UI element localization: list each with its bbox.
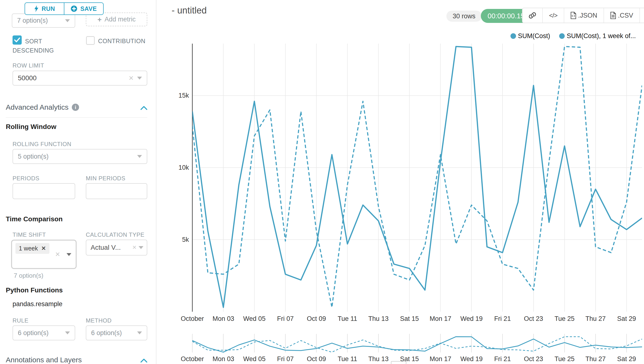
add-metric-label: Add metric bbox=[104, 16, 136, 23]
json-label: .JSON bbox=[578, 12, 598, 19]
csv-label: .CSV bbox=[618, 12, 633, 19]
x-tick-label: Mon 17 bbox=[430, 315, 451, 322]
calculation-type-select[interactable]: Actual V... ✕ bbox=[86, 240, 147, 256]
run-label: RUN bbox=[42, 5, 55, 12]
collapse-chevron-up-icon[interactable] bbox=[140, 106, 148, 110]
info-icon[interactable]: i bbox=[72, 104, 79, 111]
series-line-dashed[interactable] bbox=[192, 46, 642, 307]
rolling-function-select[interactable]: 5 option(s) bbox=[12, 149, 147, 164]
x-tick-label: Wed 19 bbox=[460, 315, 483, 322]
json-file-icon bbox=[570, 12, 576, 19]
time-shift-tag: 1 week ✕ bbox=[16, 243, 50, 254]
save-button[interactable]: SAVE bbox=[64, 3, 103, 14]
x-tick-label: Oct 23 bbox=[524, 315, 543, 322]
time-shift-helper: 7 option(s) bbox=[14, 272, 44, 280]
chevron-down-icon bbox=[65, 19, 70, 22]
chevron-down-icon bbox=[66, 253, 71, 256]
x-tick-label: Thu 27 bbox=[586, 315, 606, 322]
rule-value: 6 option(s) bbox=[18, 329, 62, 337]
sort-descending-label: SORT DESCENDING bbox=[12, 37, 66, 55]
x-tick-label: Oct 09 bbox=[307, 315, 326, 322]
timeseries-chart[interactable]: 5k10k15kOctoberMon 03Wed 05Fri 07Oct 09T… bbox=[169, 36, 644, 364]
contribution-label: CONTRIBUTION bbox=[98, 38, 145, 44]
export-csv-button[interactable]: .CSV bbox=[604, 8, 640, 23]
rule-label: RULE bbox=[12, 317, 28, 324]
periods-input[interactable] bbox=[12, 183, 75, 199]
contribution-checkbox[interactable] bbox=[86, 36, 95, 45]
clear-icon[interactable]: ✕ bbox=[132, 244, 137, 251]
y-tick-label: 10k bbox=[178, 164, 189, 171]
mini-x-axis-labels: OctoberMon 03Wed 05Fri 07Oct 09Tue 11Thu… bbox=[181, 355, 636, 362]
chart-menu-button[interactable] bbox=[640, 8, 644, 23]
y-axis-labels: 5k10k15k bbox=[178, 92, 189, 243]
method-select[interactable]: 6 option(s) bbox=[86, 326, 147, 340]
rule-select[interactable]: 6 option(s) bbox=[12, 326, 75, 340]
advanced-analytics-header[interactable]: Advanced Analytics i bbox=[6, 103, 79, 111]
x-tick-label: Tue 11 bbox=[338, 315, 357, 322]
plus-icon: + bbox=[97, 16, 102, 24]
export-json-button[interactable]: .JSON bbox=[564, 8, 604, 23]
mini-series-line-solid[interactable] bbox=[192, 337, 642, 352]
x-axis-labels: OctoberMon 03Wed 05Fri 07Oct 09Tue 11Thu… bbox=[181, 315, 636, 322]
chart-title[interactable]: - untitled bbox=[172, 5, 207, 16]
remove-tag-icon[interactable]: ✕ bbox=[41, 245, 46, 252]
chevron-down-icon bbox=[137, 77, 142, 80]
time-shift-tag-value: 1 week bbox=[19, 245, 38, 252]
x-tick-label: Fri 07 bbox=[277, 315, 294, 322]
embed-code-button[interactable]: </> bbox=[542, 8, 564, 23]
annotations-header[interactable]: Annotations and Layers bbox=[6, 356, 82, 364]
annotations-label: Annotations and Layers bbox=[6, 356, 82, 364]
mini-x-tick-label: Fri 21 bbox=[494, 355, 511, 362]
mini-x-tick-label: Oct 23 bbox=[524, 355, 543, 362]
circle-plus-icon bbox=[70, 5, 77, 12]
mini-x-tick-label: Mon 03 bbox=[212, 355, 234, 362]
chevron-down-icon bbox=[137, 332, 142, 334]
x-tick-label: Wed 05 bbox=[243, 315, 266, 322]
method-label: METHOD bbox=[86, 317, 112, 324]
collapse-chevron-up-icon[interactable] bbox=[140, 358, 148, 363]
row-limit-select[interactable]: 50000 ✕ bbox=[12, 71, 147, 86]
save-label: SAVE bbox=[80, 5, 97, 12]
rolling-function-value: 5 option(s) bbox=[18, 153, 134, 160]
row-limit-value: 50000 bbox=[18, 74, 126, 82]
time-shift-multiselect[interactable]: 1 week ✕ ✕ bbox=[11, 240, 77, 269]
control-panel: 7 option(s) + Add metric RUN SAVE SORT D… bbox=[0, 0, 156, 364]
mini-x-tick-label: Sat 29 bbox=[617, 355, 636, 362]
chevron-down-icon bbox=[65, 332, 70, 334]
min-periods-input[interactable] bbox=[86, 183, 147, 199]
python-functions-header: Python Functions bbox=[6, 286, 63, 294]
y-tick-label: 5k bbox=[182, 236, 189, 243]
clear-icon[interactable]: ✕ bbox=[128, 74, 134, 82]
min-periods-label: MIN PERIODS bbox=[86, 175, 125, 182]
chart-actions-toolbar: </> .JSON .CSV bbox=[522, 8, 644, 23]
calculation-type-value: Actual V... bbox=[90, 244, 131, 252]
run-button[interactable]: RUN bbox=[25, 3, 64, 14]
calculation-type-label: CALCULATION TYPE bbox=[86, 232, 144, 238]
csv-file-icon bbox=[610, 12, 616, 19]
row-count-badge: 30 rows bbox=[446, 10, 482, 22]
clear-icon[interactable]: ✕ bbox=[55, 251, 60, 258]
metric-select[interactable]: 7 option(s) bbox=[12, 14, 75, 28]
x-tick-label: Mon 03 bbox=[212, 315, 234, 322]
x-tick-label: Sat 29 bbox=[617, 315, 636, 322]
method-value: 6 option(s) bbox=[91, 329, 134, 337]
mini-series-line-dashed[interactable] bbox=[192, 337, 642, 352]
pandas-resample-label: pandas.resample bbox=[12, 300, 62, 308]
mini-x-tick-label: Thu 13 bbox=[368, 355, 388, 362]
chevron-down-icon bbox=[138, 246, 144, 249]
panel-divider bbox=[156, 0, 156, 364]
link-icon bbox=[529, 12, 536, 19]
advanced-analytics-label: Advanced Analytics bbox=[6, 103, 68, 111]
time-comparison-header: Time Comparison bbox=[6, 215, 63, 223]
mini-x-tick-label: Mon 17 bbox=[430, 355, 451, 362]
x-tick-label: Tue 25 bbox=[554, 315, 574, 322]
copy-link-button[interactable] bbox=[522, 8, 542, 23]
code-icon: </> bbox=[549, 12, 558, 19]
datazoom-handle[interactable] bbox=[391, 361, 406, 364]
rolling-window-header: Rolling Window bbox=[6, 123, 56, 131]
time-shift-label: TIME SHIFT bbox=[12, 232, 46, 238]
mini-x-tick-label: Thu 27 bbox=[586, 355, 606, 362]
series-line-solid[interactable] bbox=[192, 46, 642, 307]
mini-x-tick-label: Tue 25 bbox=[554, 355, 574, 362]
mini-x-tick-label: October bbox=[181, 355, 204, 362]
